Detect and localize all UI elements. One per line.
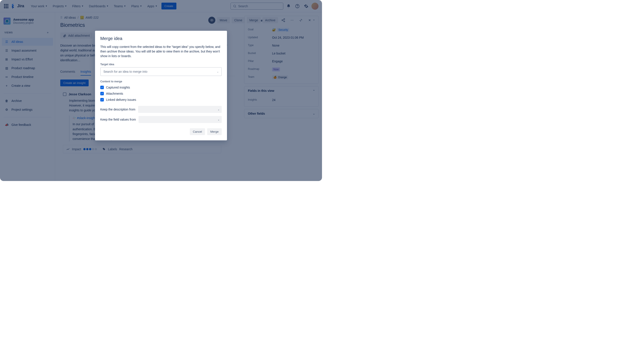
merge-confirm-button[interactable]: Merge bbox=[207, 128, 222, 135]
chevron-down-icon: ⌄ bbox=[217, 70, 219, 73]
target-idea-label: Target idea bbox=[100, 63, 222, 66]
keep-description-select[interactable]: ⌄ bbox=[138, 106, 222, 113]
checkbox-attachments[interactable]: ✓ bbox=[100, 92, 104, 95]
keep-description-label: Keep the description from bbox=[100, 108, 136, 111]
chevron-down-icon: ⌄ bbox=[218, 108, 220, 111]
checkbox-captured-insights[interactable]: ✓ bbox=[100, 86, 104, 89]
cancel-button[interactable]: Cancel bbox=[190, 128, 205, 135]
chevron-down-icon: ⌄ bbox=[218, 118, 220, 121]
target-idea-select[interactable]: Search for an idea to merge into⌄ bbox=[100, 67, 222, 76]
modal-description: This will copy content from the selected… bbox=[100, 45, 222, 58]
keep-fields-select[interactable]: ⌄ bbox=[138, 116, 222, 123]
modal-overlay[interactable]: Merge idea This will copy content from t… bbox=[0, 0, 322, 181]
checkbox-linked-issues[interactable]: ✓ bbox=[100, 98, 104, 101]
keep-fields-label: Keep the field values from bbox=[100, 118, 136, 121]
content-to-merge-label: Content to merge bbox=[100, 80, 222, 83]
modal-title: Merge idea bbox=[100, 36, 222, 41]
merge-modal: Merge idea This will copy content from t… bbox=[95, 31, 227, 140]
